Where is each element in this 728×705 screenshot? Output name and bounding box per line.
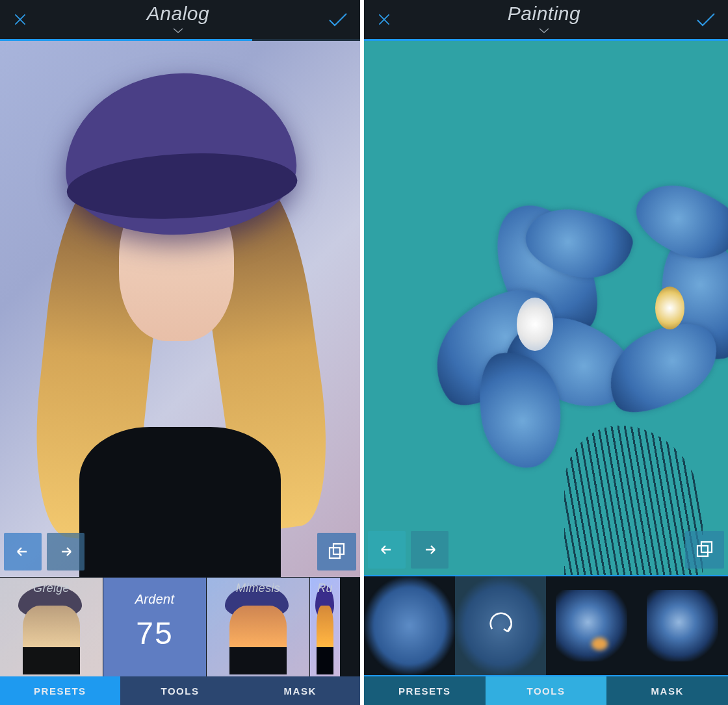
close-icon[interactable] bbox=[12, 11, 29, 28]
brush-strip[interactable] bbox=[364, 575, 728, 676]
image-canvas[interactable] bbox=[0, 41, 360, 577]
preset-ardent[interactable]: Ardent 75 bbox=[103, 578, 207, 676]
screen-analog: Analog bbox=[0, 0, 364, 705]
preset-strip[interactable]: Greige Ardent 75 Mimesis Ru bbox=[0, 577, 360, 676]
tab-mask[interactable]: MASK bbox=[240, 676, 360, 705]
undo-button[interactable] bbox=[4, 533, 42, 570]
svg-rect-1 bbox=[333, 544, 344, 554]
header-title-group[interactable]: Painting bbox=[508, 3, 580, 36]
svg-rect-3 bbox=[701, 542, 712, 552]
redo-button[interactable] bbox=[47, 533, 84, 570]
compare-button[interactable] bbox=[685, 531, 724, 569]
canvas-action-row bbox=[368, 531, 724, 569]
chevron-down-icon bbox=[172, 25, 184, 36]
header-title: Painting bbox=[508, 3, 580, 25]
header: Analog bbox=[0, 0, 360, 39]
confirm-icon[interactable] bbox=[696, 11, 716, 28]
brush-thumb bbox=[647, 590, 718, 661]
compare-button[interactable] bbox=[317, 533, 356, 570]
preset-label: Ru bbox=[310, 582, 340, 595]
svg-rect-0 bbox=[330, 548, 340, 558]
brush-preset-4[interactable] bbox=[637, 576, 728, 675]
preset-label: Ardent bbox=[103, 592, 206, 607]
tab-mask[interactable]: MASK bbox=[606, 676, 728, 705]
brush-preset-1[interactable] bbox=[364, 576, 455, 675]
chevron-down-icon bbox=[538, 25, 550, 36]
tab-tools[interactable]: TOOLS bbox=[486, 676, 607, 705]
brush-thumb bbox=[556, 590, 627, 661]
bottom-tab-row: PRESETS TOOLS MASK bbox=[364, 676, 728, 705]
preset-mimesis[interactable]: Mimesis bbox=[207, 578, 310, 676]
canvas-action-row bbox=[4, 533, 356, 570]
preset-intensity-value: 75 bbox=[103, 615, 206, 651]
bottom-tab-row: PRESETS TOOLS MASK bbox=[0, 676, 360, 705]
painting-image bbox=[364, 41, 728, 575]
close-icon[interactable] bbox=[376, 11, 393, 28]
redo-icon bbox=[484, 609, 517, 642]
redo-button[interactable] bbox=[411, 531, 448, 569]
tab-presets[interactable]: PRESETS bbox=[0, 676, 120, 705]
portrait-image bbox=[0, 41, 360, 577]
screen-painting: Painting bbox=[364, 0, 728, 705]
preset-ru[interactable]: Ru bbox=[310, 578, 341, 676]
brush-preset-2[interactable] bbox=[455, 576, 546, 675]
undo-button[interactable] bbox=[368, 531, 406, 569]
header: Painting bbox=[364, 0, 728, 39]
tab-presets[interactable]: PRESETS bbox=[364, 676, 486, 705]
preset-label: Mimesis bbox=[207, 582, 309, 595]
tab-tools[interactable]: TOOLS bbox=[120, 676, 240, 705]
brush-preset-3[interactable] bbox=[546, 576, 637, 675]
svg-rect-2 bbox=[697, 546, 708, 556]
preset-greige[interactable]: Greige bbox=[0, 578, 103, 676]
confirm-icon[interactable] bbox=[328, 11, 348, 28]
image-canvas[interactable] bbox=[364, 41, 728, 575]
header-title: Analog bbox=[147, 3, 209, 25]
brush-thumb bbox=[364, 576, 455, 675]
header-title-group[interactable]: Analog bbox=[147, 3, 209, 36]
preset-label: Greige bbox=[0, 582, 103, 595]
